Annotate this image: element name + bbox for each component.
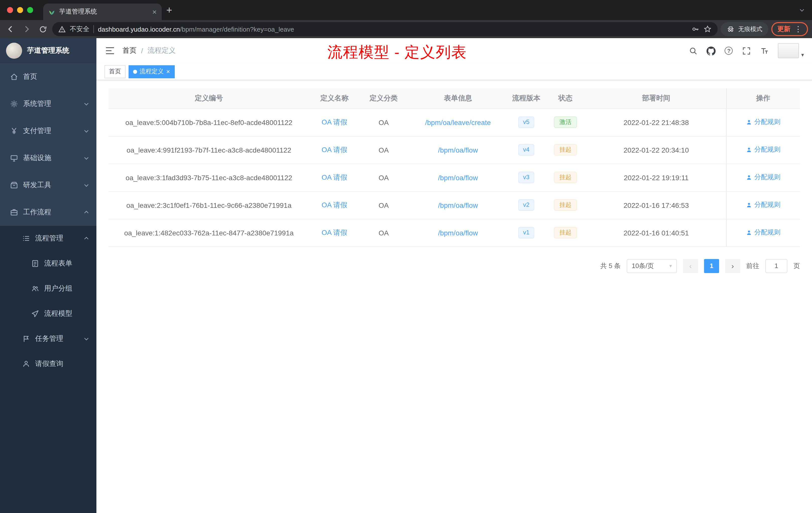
reload-button[interactable] (36, 23, 49, 36)
bookmark-star-icon[interactable] (703, 25, 712, 33)
close-window-button[interactable] (7, 7, 13, 13)
sidebar-item-task-management[interactable]: 任务管理 (0, 326, 96, 351)
cell-category: OA (359, 219, 408, 246)
form-link[interactable]: /bpm/oa/flow (438, 229, 478, 237)
new-tab-button[interactable]: + (162, 2, 177, 18)
current-page-button[interactable]: 1 (704, 259, 719, 273)
sidebar-toggle-icon[interactable] (105, 45, 116, 56)
page-content: 定义编号 定义名称 定义分类 表单信息 流程版本 状态 部署时间 操作 oa_l (96, 80, 812, 513)
tags-view-bar: 首页 流程定义 × (96, 63, 812, 80)
page-size-select[interactable]: 10条/页 ▾ (627, 259, 677, 273)
tag-home[interactable]: 首页 (105, 65, 125, 78)
cell-category: OA (359, 191, 408, 219)
workflow-submenu: 流程管理 流程表单 用户分组 流程模型 (0, 226, 96, 513)
font-size-icon[interactable] (760, 46, 769, 55)
form-link[interactable]: /bpm/oa/flow (438, 174, 478, 181)
app-logo[interactable]: 芋道管理系统 (0, 38, 96, 63)
tag-process-definition[interactable]: 流程定义 × (128, 65, 174, 78)
definition-name-link[interactable]: OA 请假 (322, 201, 348, 209)
col-actions: 操作 (726, 88, 800, 109)
col-deploy-time: 部署时间 (586, 88, 726, 109)
tab-title: 芋道管理系统 (59, 7, 148, 16)
chevron-up-icon (83, 235, 89, 241)
assign-rule-link[interactable]: 分配规则 (746, 118, 781, 127)
sidebar-item-system-management[interactable]: 系统管理 (0, 90, 96, 117)
table-row: oa_leave:3:1fad3d93-7b75-11ec-a3c8-acde4… (109, 163, 800, 191)
password-key-icon[interactable] (692, 25, 699, 33)
chevron-down-icon (83, 336, 89, 342)
next-page-button[interactable]: › (725, 259, 740, 273)
yen-icon (10, 127, 18, 135)
navbar-actions: ? ▾ (689, 43, 804, 58)
tag-close-icon[interactable]: × (166, 68, 170, 75)
chevron-down-icon (83, 101, 89, 107)
cell-category: OA (359, 136, 408, 163)
github-icon[interactable] (707, 46, 716, 55)
briefcase-icon (10, 208, 18, 216)
user-icon (22, 360, 30, 368)
help-icon[interactable]: ? (725, 47, 733, 55)
version-badge: v1 (518, 227, 534, 238)
form-link[interactable]: /bpm/oa/flow (438, 146, 478, 154)
table-header-row: 定义编号 定义名称 定义分类 表单信息 流程版本 状态 部署时间 操作 (109, 88, 800, 109)
sidebar-item-dev-tools[interactable]: 研发工具 (0, 172, 96, 199)
status-badge: 挂起 (554, 144, 577, 156)
definition-name-link[interactable]: OA 请假 (322, 173, 348, 181)
window-controls (0, 7, 40, 13)
cell-definition-id: oa_leave:5:004b710b-7b8a-11ec-8ef0-acde4… (109, 109, 309, 136)
top-navbar: 首页 / 流程定义 流程模型 - 定义列表 ? (96, 38, 812, 63)
definition-name-link[interactable]: OA 请假 (322, 145, 348, 153)
search-icon[interactable] (689, 46, 698, 55)
sidebar-item-user-group[interactable]: 用户分组 (0, 276, 96, 301)
active-tag-dot-icon (133, 69, 137, 73)
col-form-info: 表单信息 (408, 88, 508, 109)
browser-tab[interactable]: 芋道管理系统 × (43, 3, 162, 20)
sidebar-item-infrastructure[interactable]: 基础设施 (0, 145, 96, 172)
users-icon (31, 284, 39, 293)
sidebar-item-process-management[interactable]: 流程管理 (0, 226, 96, 251)
assign-rule-link[interactable]: 分配规则 (746, 145, 781, 154)
incognito-icon (727, 25, 735, 33)
minimize-window-button[interactable] (17, 7, 23, 13)
fullscreen-icon[interactable] (742, 46, 751, 55)
sidebar-item-payment-management[interactable]: 支付管理 (0, 117, 96, 145)
incognito-label: 无痕模式 (738, 25, 762, 33)
sidebar-item-workflow[interactable]: 工作流程 (0, 199, 96, 226)
cell-definition-id: oa_leave:2:3c1f0ef1-76b1-11ec-9c66-a2380… (109, 191, 309, 219)
update-button[interactable]: 更新 ⋮ (771, 22, 808, 36)
browser-menu-icon[interactable]: ⋮ (794, 25, 802, 34)
definition-name-link[interactable]: OA 请假 (322, 118, 348, 126)
security-label[interactable]: 不安全 (70, 25, 89, 34)
tab-search-icon[interactable] (792, 7, 812, 13)
caret-down-icon: ▾ (801, 52, 804, 58)
zoom-window-button[interactable] (27, 7, 33, 13)
pagination: 共 5 条 10条/页 ▾ ‹ 1 › 前往 页 (109, 259, 800, 273)
cell-deploy-time: 2022-01-16 17:46:53 (586, 191, 726, 219)
form-link[interactable]: /bpm/oa/flow (438, 201, 478, 209)
assign-rule-link[interactable]: 分配规则 (746, 173, 781, 182)
table-row: oa_leave:2:3c1f0ef1-76b1-11ec-9c66-a2380… (109, 191, 800, 219)
sidebar-item-process-model[interactable]: 流程模型 (0, 301, 96, 326)
page-unit-label: 页 (793, 261, 800, 270)
tab-favicon-icon (48, 8, 55, 15)
sidebar-menu: 首页 系统管理 支付管理 基础设施 (0, 63, 96, 513)
sidebar-item-process-form[interactable]: 流程表单 (0, 251, 96, 276)
back-button[interactable] (4, 23, 17, 36)
definition-name-link[interactable]: OA 请假 (322, 228, 348, 236)
sidebar-item-home[interactable]: 首页 (0, 63, 96, 90)
user-avatar[interactable]: ▾ (778, 43, 804, 58)
forward-button[interactable] (20, 23, 33, 36)
breadcrumb-home[interactable]: 首页 (122, 46, 137, 55)
sidebar-item-leave-query[interactable]: 请假查询 (0, 351, 96, 376)
tab-close-icon[interactable]: × (152, 8, 157, 16)
assign-rule-link[interactable]: 分配规则 (746, 228, 781, 237)
flag-icon (22, 335, 30, 343)
goto-page-input[interactable] (765, 259, 787, 273)
address-bar[interactable]: 不安全 dashboard.yudao.iocoder.cn/bpm/manag… (52, 22, 718, 36)
prev-page-button[interactable]: ‹ (683, 259, 698, 273)
form-link[interactable]: /bpm/oa/leave/create (425, 118, 491, 126)
assign-rule-link[interactable]: 分配规则 (746, 201, 781, 210)
logo-image (6, 43, 22, 59)
table-row: oa_leave:5:004b710b-7b8a-11ec-8ef0-acde4… (109, 109, 800, 136)
cell-definition-id: oa_leave:3:1fad3d93-7b75-11ec-a3c8-acde4… (109, 163, 309, 191)
